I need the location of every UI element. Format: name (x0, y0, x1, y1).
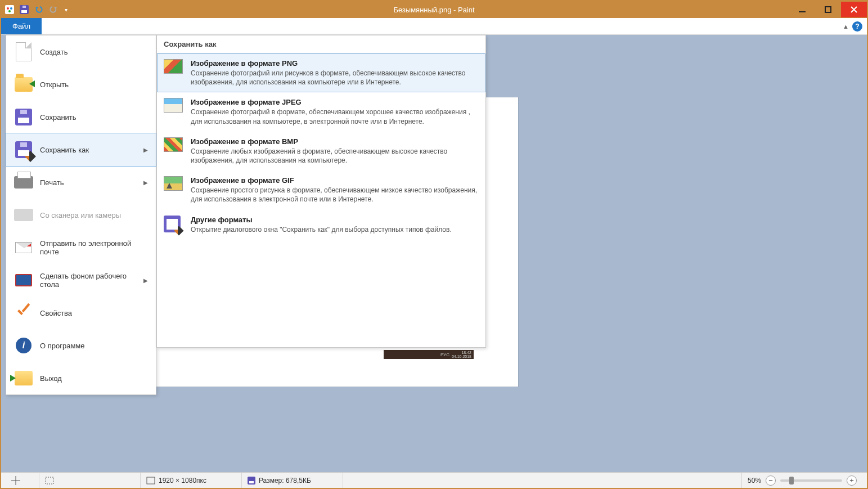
option-desc: Сохранение любых изображений в формате, … (191, 147, 479, 165)
svg-rect-12 (249, 481, 254, 483)
svg-point-1 (7, 7, 9, 10)
filesize-cell: Размер: 678,5КБ (242, 473, 343, 488)
menu-item-exit[interactable]: Выход (6, 362, 156, 394)
option-desc: Открытие диалогового окна "Сохранить как… (191, 225, 479, 234)
menu-item-create[interactable]: Создать (6, 35, 156, 68)
saveas-option-gif[interactable]: Изображение в формате GIF Сохранение про… (157, 171, 485, 209)
minimize-button[interactable] (789, 2, 815, 17)
menu-item-save[interactable]: Сохранить (6, 101, 156, 133)
email-icon (15, 242, 32, 253)
submenu-arrow-icon: ▶ (143, 147, 148, 153)
saveas-option-bmp[interactable]: Изображение в формате BMP Сохранение люб… (157, 132, 485, 171)
close-button[interactable] (841, 2, 867, 17)
scanner-icon (14, 209, 33, 221)
jpeg-thumb-icon (164, 98, 183, 113)
other-formats-icon (164, 216, 181, 232)
cursor-pos-cell (6, 473, 39, 488)
menu-item-desktop-bg[interactable]: Сделать фоном рабочего стола ▶ (6, 264, 156, 297)
saveas-option-jpeg[interactable]: Изображение в формате JPEG Сохранение фо… (157, 92, 485, 131)
menu-item-email[interactable]: Отправить по электронной почте (6, 231, 156, 264)
zoom-controls: 50% − + (742, 475, 862, 486)
option-title: Другие форматы (191, 216, 479, 224)
printer-icon (14, 176, 33, 189)
saveas-option-other[interactable]: Другие форматы Открытие диалогового окна… (157, 210, 485, 240)
svg-rect-10 (147, 477, 155, 484)
submenu-header: Сохранить как (157, 35, 485, 53)
maximize-button[interactable] (815, 2, 841, 17)
menu-item-properties[interactable]: Свойства (6, 297, 156, 329)
svg-rect-8 (825, 7, 831, 12)
window-controls (789, 2, 867, 17)
svg-point-3 (8, 10, 11, 12)
svg-rect-0 (5, 5, 14, 14)
menu-item-label: Сохранить как (40, 146, 89, 154)
embedded-taskbar-thumbnail: РУС 18:42 04.10.2018 (384, 350, 474, 359)
menu-item-save-as[interactable]: Сохранить как ▶ (6, 133, 156, 167)
open-folder-icon (15, 77, 33, 92)
paint-window: ▾ Безымянный.png - Paint Файл ▲ ? РУС (0, 0, 868, 489)
filesize-text: Размер: 678,5КБ (259, 477, 311, 484)
title-bar: ▾ Безымянный.png - Paint (1, 1, 867, 18)
saveas-option-png[interactable]: Изображение в формате PNG Сохранение фот… (157, 53, 485, 92)
quick-access-toolbar: ▾ (1, 3, 70, 16)
svg-rect-6 (23, 6, 26, 8)
zoom-out-button[interactable]: − (766, 475, 776, 486)
svg-rect-5 (21, 10, 27, 13)
file-tab[interactable]: Файл (1, 18, 42, 34)
bmp-thumb-icon (164, 137, 183, 152)
zoom-percent: 50% (748, 477, 761, 484)
submenu-arrow-icon: ▶ (143, 180, 148, 186)
svg-point-2 (10, 7, 12, 10)
new-file-icon (16, 42, 32, 61)
exit-icon (15, 371, 33, 385)
gif-thumb-icon (164, 176, 183, 191)
file-menu: Создать Открыть Сохранить Сохранить как … (6, 35, 156, 395)
zoom-in-button[interactable]: + (847, 475, 857, 486)
menu-item-label: Сохранить (40, 113, 77, 122)
menu-item-print[interactable]: Печать ▶ (6, 166, 156, 199)
selection-icon (45, 477, 54, 484)
menu-item-label: Со сканера или камеры (40, 211, 121, 219)
svg-rect-7 (799, 11, 806, 12)
qat-undo-icon[interactable] (33, 3, 45, 16)
dimensions-icon (146, 477, 155, 484)
menu-item-label: Печать (40, 178, 64, 187)
qat-redo-icon[interactable] (47, 3, 60, 16)
menu-item-open[interactable]: Открыть (6, 68, 156, 101)
dimensions-cell: 1920 × 1080пкс (141, 473, 242, 488)
save-as-submenu: Сохранить как Изображение в формате PNG … (156, 35, 486, 348)
option-title: Изображение в формате PNG (191, 59, 479, 68)
save-as-floppy-icon (15, 141, 32, 158)
app-icon[interactable] (3, 3, 16, 16)
check-icon (15, 304, 32, 321)
menu-item-label: Открыть (40, 80, 69, 89)
collapse-ribbon-icon[interactable]: ▲ (843, 23, 849, 30)
tray-date: 04.10.2018 (452, 355, 471, 358)
dimensions-text: 1920 × 1080пкс (159, 477, 206, 484)
qat-save-icon[interactable] (18, 3, 30, 16)
option-desc: Сохранение фотографий в формате, обеспеч… (191, 107, 479, 125)
window-title: Безымянный.png - Paint (1, 6, 867, 14)
help-icon[interactable]: ? (852, 21, 862, 32)
tray-lang: РУС (440, 352, 449, 357)
zoom-slider[interactable] (780, 479, 842, 482)
selection-cell (39, 473, 141, 488)
info-icon: i (16, 338, 32, 353)
png-thumb-icon (164, 59, 183, 74)
save-floppy-icon (15, 109, 32, 125)
ribbon-tab-row: Файл ▲ ? (1, 18, 867, 35)
menu-item-label: Выход (40, 374, 62, 383)
menu-item-label: Свойства (40, 309, 72, 317)
status-bar: 1920 × 1080пкс Размер: 678,5КБ 50% − + (1, 472, 867, 488)
menu-item-about[interactable]: i О программе (6, 329, 156, 362)
option-title: Изображение в формате BMP (191, 137, 479, 146)
menu-item-label: О программе (40, 342, 85, 350)
svg-rect-9 (46, 477, 53, 484)
option-title: Изображение в формате JPEG (191, 98, 479, 106)
menu-item-label: Создать (40, 48, 68, 56)
menu-item-label: Сделать фоном рабочего стола (40, 272, 137, 289)
tray-time: 18:42 (452, 351, 471, 355)
desktop-icon (15, 274, 32, 286)
qat-customize-icon[interactable]: ▾ (62, 3, 70, 16)
menu-item-scanner: Со сканера или камеры (6, 199, 156, 231)
